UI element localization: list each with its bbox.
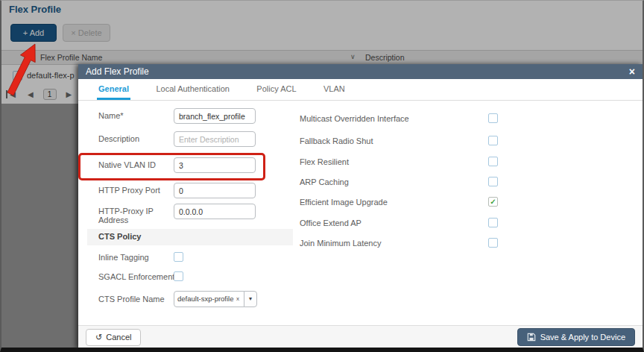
join-minimum-latency-checkbox[interactable] xyxy=(488,238,498,248)
modal-body: Name* Description Native VLAN ID HTTP Pr… xyxy=(78,101,643,325)
tab-local-authentication[interactable]: Local Authentication xyxy=(154,79,230,98)
option-label: Join Minimum Latency xyxy=(300,239,381,248)
modal-header: Add Flex Profile × xyxy=(78,64,643,79)
option-label: ARP Caching xyxy=(300,177,349,186)
undo-icon: ↺ xyxy=(95,333,102,342)
option-label: Multicast Overridden Interface xyxy=(300,114,409,123)
save-apply-label: Save & Apply to Device xyxy=(540,333,625,342)
http-proxy-port-label: HTTP Proxy Port xyxy=(98,186,169,195)
cancel-button[interactable]: ↺Cancel xyxy=(86,329,141,346)
screenshot: Flex Profile + Add × Delete Flex Profile… xyxy=(0,0,644,352)
description-label: Description xyxy=(98,134,169,143)
option-join-minimum-latency: Join Minimum Latency xyxy=(300,238,523,250)
field-http-proxy-port: HTTP Proxy Port xyxy=(98,183,322,201)
cts-profile-select[interactable]: default-sxp-profile xyxy=(174,291,244,307)
option-label: Office Extend AP xyxy=(300,219,362,227)
http-proxy-port-input[interactable] xyxy=(174,183,256,198)
multicast-overridden-checkbox[interactable] xyxy=(488,113,498,123)
inline-tagging-row: Inline Tagging xyxy=(98,252,322,264)
native-vlan-input[interactable] xyxy=(174,157,256,173)
cts-profile-row: CTS Profile Name default-sxp-profile x ▾ xyxy=(98,291,322,308)
sgacl-checkbox[interactable] xyxy=(174,271,183,281)
option-flex-resilient: Flex Resilient xyxy=(300,157,523,169)
flex-resilient-checkbox[interactable] xyxy=(488,157,498,166)
modal-title: Add Flex Profile xyxy=(86,66,149,77)
modal-footer: ↺Cancel Save & Apply to Device xyxy=(78,325,643,348)
clear-icon[interactable]: x xyxy=(236,295,239,302)
option-office-extend-ap: Office Extend AP xyxy=(300,218,523,230)
add-flex-profile-modal: Add Flex Profile × General Local Authent… xyxy=(78,64,643,348)
cancel-label: Cancel xyxy=(106,333,131,342)
tab-general[interactable]: General xyxy=(97,79,130,100)
option-label: Fallback Radio Shut xyxy=(300,136,373,145)
native-vlan-label: Native VLAN ID xyxy=(98,160,169,169)
http-proxy-ip-label: HTTP-Proxy IP Address xyxy=(98,207,169,224)
office-extend-ap-checkbox[interactable] xyxy=(488,218,498,227)
option-label: Efficient Image Upgrade xyxy=(300,198,388,207)
http-proxy-ip-input[interactable] xyxy=(174,204,256,219)
field-http-proxy-ip: HTTP-Proxy IP Address xyxy=(98,204,322,221)
field-native-vlan: Native VLAN ID xyxy=(98,157,322,175)
option-multicast-overridden: Multicast Overridden Interface xyxy=(300,113,523,125)
arp-caching-checkbox[interactable] xyxy=(488,177,498,186)
option-fallback-radio-shut: Fallback Radio Shut xyxy=(300,136,523,148)
inline-tagging-label: Inline Tagging xyxy=(98,253,149,262)
save-apply-button[interactable]: Save & Apply to Device xyxy=(517,328,635,346)
save-icon xyxy=(527,333,536,342)
tab-bar: General Local Authentication Policy ACL … xyxy=(78,79,643,101)
cts-profile-label: CTS Profile Name xyxy=(98,295,165,304)
name-input[interactable] xyxy=(174,108,256,124)
sgacl-label: SGACL Enforcement xyxy=(98,272,174,281)
tab-policy-acl[interactable]: Policy ACL xyxy=(255,79,297,98)
tab-vlan[interactable]: VLAN xyxy=(322,79,347,98)
name-label: Name* xyxy=(98,111,169,120)
close-icon[interactable]: × xyxy=(629,64,635,79)
field-description: Description xyxy=(98,131,322,149)
option-label: Flex Resilient xyxy=(300,157,349,166)
dropdown-caret-icon[interactable]: ▾ xyxy=(244,291,257,307)
efficient-image-upgrade-checkbox[interactable]: ✓ xyxy=(488,197,498,207)
option-arp-caching: ARP Caching xyxy=(300,177,523,189)
inline-tagging-checkbox[interactable] xyxy=(174,252,183,262)
cts-policy-title: CTS Policy xyxy=(98,232,141,241)
cts-policy-section-header: CTS Policy xyxy=(87,229,293,245)
sgacl-row: SGACL Enforcement xyxy=(98,271,322,283)
fallback-radio-shut-checkbox[interactable] xyxy=(488,136,498,145)
option-efficient-image-upgrade: Efficient Image Upgrade ✓ xyxy=(300,197,523,209)
field-name: Name* xyxy=(98,108,322,126)
description-input[interactable] xyxy=(174,131,256,147)
